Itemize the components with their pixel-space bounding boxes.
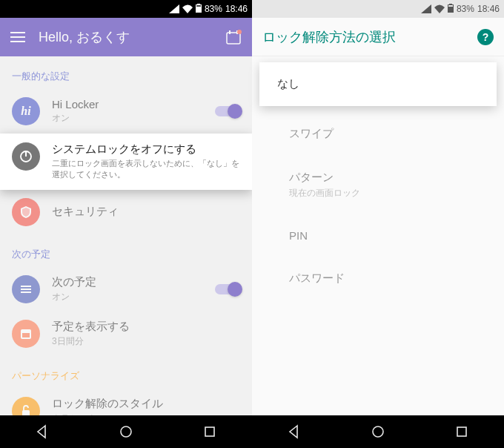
battery-pct: 83% xyxy=(205,4,222,14)
svg-rect-12 xyxy=(21,286,31,287)
svg-rect-3 xyxy=(10,32,25,33)
calendar-icon xyxy=(12,320,40,348)
hamburger-icon[interactable] xyxy=(10,32,25,42)
calendar-badge-icon[interactable] xyxy=(225,30,242,45)
status-time: 18:46 xyxy=(477,4,500,14)
app-bar: ロック解除方法の選択 ? xyxy=(252,18,504,56)
status-time: 18:46 xyxy=(225,4,248,14)
lock-options-list: なし スワイプ パターン 現在の画面ロック PIN パスワード xyxy=(252,56,504,415)
wifi-icon xyxy=(434,4,445,13)
battery-icon xyxy=(196,4,202,15)
section-upcoming: 次の予定 xyxy=(0,234,252,267)
section-general: 一般的な設定 xyxy=(0,56,252,89)
signal-icon xyxy=(169,4,179,13)
battery-icon xyxy=(448,4,454,15)
item-title: Hi Locker xyxy=(52,98,203,111)
page-title: ロック解除方法の選択 xyxy=(262,28,464,46)
page-title: Hello, おるくす xyxy=(39,28,212,46)
option-swipe[interactable]: スワイプ xyxy=(252,112,504,156)
nav-back-icon[interactable] xyxy=(35,424,50,439)
item-security[interactable]: セキュリティ xyxy=(0,190,252,234)
svg-rect-6 xyxy=(227,33,240,44)
item-title: セキュリティ xyxy=(52,205,240,219)
item-title: ロック解除のスタイル xyxy=(52,397,240,411)
shield-icon xyxy=(12,198,40,226)
item-title: 予定を表示する xyxy=(52,320,240,334)
svg-point-9 xyxy=(237,30,242,34)
item-sub: オン xyxy=(52,112,203,125)
nav-back-icon[interactable] xyxy=(287,424,302,439)
svg-rect-4 xyxy=(10,36,25,38)
item-title: 次の予定 xyxy=(52,275,203,289)
svg-rect-16 xyxy=(22,333,30,337)
svg-rect-7 xyxy=(229,30,231,34)
unlock-icon xyxy=(12,397,40,415)
option-label: パスワード xyxy=(289,271,486,286)
left-screen: 83% 18:46 Hello, おるくす 一般的な設定 hi Hi Locke… xyxy=(0,0,252,448)
nav-recents-icon[interactable] xyxy=(202,424,217,439)
status-bar: 83% 18:46 xyxy=(0,0,252,18)
svg-point-18 xyxy=(121,426,131,437)
right-screen: 83% 18:46 ロック解除方法の選択 ? なし スワイプ パターン 現在の画… xyxy=(252,0,504,448)
option-label: なし xyxy=(277,77,479,91)
svg-rect-21 xyxy=(449,4,452,4)
svg-rect-5 xyxy=(10,41,25,42)
svg-rect-2 xyxy=(196,5,201,7)
item-hilocker[interactable]: hi Hi Locker オン xyxy=(0,89,252,134)
item-sub: クラシックテーマ xyxy=(52,412,240,415)
nav-home-icon[interactable] xyxy=(119,424,133,439)
agenda-toggle[interactable] xyxy=(215,284,240,294)
status-bar: 83% 18:46 xyxy=(252,0,504,18)
item-agenda[interactable]: 次の予定 オン xyxy=(0,267,252,312)
help-icon[interactable]: ? xyxy=(477,29,494,45)
nav-recents-icon[interactable] xyxy=(454,424,469,439)
item-sub: オン xyxy=(52,291,203,303)
hilocker-icon: hi xyxy=(12,97,40,125)
svg-rect-22 xyxy=(448,5,453,7)
svg-rect-13 xyxy=(21,289,31,290)
app-bar: Hello, おるくす xyxy=(0,18,252,56)
svg-point-23 xyxy=(373,426,383,437)
wifi-icon xyxy=(182,4,193,13)
item-title: システムロックをオフにする xyxy=(52,142,240,157)
svg-rect-24 xyxy=(457,427,466,436)
svg-rect-1 xyxy=(197,4,200,4)
item-show-schedule[interactable]: 予定を表示する 3日間分 xyxy=(0,312,252,356)
svg-rect-17 xyxy=(22,410,30,415)
option-label: パターン xyxy=(289,171,486,185)
nav-bar xyxy=(252,415,504,448)
option-label: スワイプ xyxy=(289,127,486,141)
option-label: PIN xyxy=(289,229,486,242)
hilocker-toggle[interactable] xyxy=(215,106,240,116)
item-sub: 二重にロック画面を表示しないために、「なし」を選択してください。 xyxy=(52,158,240,181)
power-icon xyxy=(12,142,40,171)
option-password[interactable]: パスワード xyxy=(252,257,504,300)
item-unlock-style[interactable]: ロック解除のスタイル クラシックテーマ xyxy=(0,389,252,415)
option-pattern[interactable]: パターン 現在の画面ロック xyxy=(252,156,504,214)
svg-rect-14 xyxy=(21,291,31,293)
svg-rect-11 xyxy=(25,151,27,157)
section-personalize: パーソナライズ xyxy=(0,356,252,389)
signal-icon xyxy=(421,4,431,13)
settings-list: 一般的な設定 hi Hi Locker オン システムロックをオフにする 二重に… xyxy=(0,56,252,415)
option-none[interactable]: なし xyxy=(259,62,497,106)
option-pin[interactable]: PIN xyxy=(252,214,504,257)
item-sub: 3日間分 xyxy=(52,335,240,348)
battery-pct: 83% xyxy=(457,4,474,14)
nav-home-icon[interactable] xyxy=(371,424,385,439)
item-system-lock-off[interactable]: システムロックをオフにする 二重にロック画面を表示しないために、「なし」を選択し… xyxy=(0,134,252,190)
nav-bar xyxy=(0,415,252,448)
agenda-icon xyxy=(12,275,40,303)
option-sub: 現在の画面ロック xyxy=(289,187,486,200)
svg-rect-19 xyxy=(205,427,214,436)
